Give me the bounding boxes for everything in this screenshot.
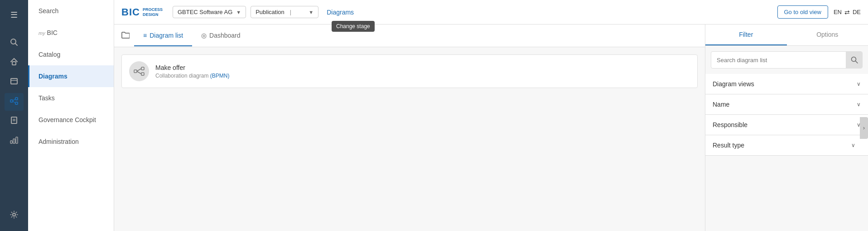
sidebar-item-governance[interactable]: Governance Cockpit bbox=[28, 109, 114, 131]
svg-line-21 bbox=[137, 71, 141, 74]
admin-sidebar-icon[interactable] bbox=[5, 207, 24, 225]
language-switcher: EN ⇄ DE bbox=[834, 9, 861, 16]
filter-section-result-type-label: Result type bbox=[713, 142, 744, 149]
diagram-item-subtitle: Collaboration diagram (BPMN) bbox=[155, 73, 229, 79]
svg-rect-14 bbox=[13, 139, 15, 143]
diagram-item-avatar bbox=[129, 61, 149, 81]
svg-line-20 bbox=[137, 69, 141, 71]
sidebar-item-search[interactable]: Search bbox=[28, 0, 114, 22]
logo-bic-text: BIC bbox=[121, 6, 140, 18]
filter-section-responsible[interactable]: Responsible ∨ bbox=[705, 115, 868, 135]
filter-section-result-type[interactable]: Result type ∨ bbox=[705, 135, 868, 156]
content-area: ≡ Diagram list ◎ Dashboard Make offer bbox=[114, 25, 868, 231]
svg-rect-10 bbox=[11, 117, 17, 123]
search-diagram-button[interactable] bbox=[846, 52, 862, 68]
diagram-list-tab-icon: ≡ bbox=[143, 32, 147, 39]
icon-sidebar: ☰ bbox=[0, 0, 28, 231]
sidebar-item-catalog[interactable]: Catalog bbox=[28, 44, 114, 65]
stage-selector-arrow-icon: ▼ bbox=[309, 10, 313, 15]
home-sidebar-icon[interactable] bbox=[5, 54, 24, 72]
logo-subtitle: PROCESS DESIGN bbox=[143, 7, 163, 17]
diagram-list-item[interactable]: Make offer Collaboration diagram (BPMN) bbox=[121, 54, 698, 88]
svg-rect-15 bbox=[16, 137, 18, 143]
lang-current[interactable]: EN bbox=[834, 9, 842, 15]
filter-panel: Filter Options Diagram views ∨ Name ∨ Re… bbox=[705, 25, 868, 231]
panel-expand-button[interactable]: › bbox=[860, 117, 868, 139]
diagram-tabs-bar: ≡ Diagram list ◎ Dashboard bbox=[114, 25, 705, 47]
nav-sidebar: Search my BIC Catalog Diagrams Tasks Gov… bbox=[28, 0, 114, 231]
tasks-sidebar-icon[interactable] bbox=[5, 113, 24, 130]
dashboard-tab-icon: ◎ bbox=[201, 32, 207, 39]
tab-dashboard[interactable]: ◎ Dashboard bbox=[192, 25, 250, 46]
svg-point-16 bbox=[13, 213, 15, 216]
svg-rect-13 bbox=[10, 141, 12, 143]
governance-sidebar-icon[interactable] bbox=[5, 132, 24, 150]
svg-rect-18 bbox=[141, 67, 144, 70]
topbar-right: Go to old view EN ⇄ DE bbox=[777, 5, 861, 19]
svg-rect-3 bbox=[11, 79, 17, 84]
filter-section-diagram-views-label: Diagram views bbox=[713, 80, 754, 88]
folder-icon[interactable] bbox=[121, 31, 130, 40]
diagram-list-container: Make offer Collaboration diagram (BPMN) bbox=[114, 47, 705, 95]
hamburger-menu-icon[interactable]: ☰ bbox=[5, 6, 24, 24]
svg-line-9 bbox=[13, 101, 15, 103]
sidebar-item-administration[interactable]: Administration bbox=[28, 131, 114, 152]
sidebar-item-tasks[interactable]: Tasks bbox=[28, 87, 114, 109]
sidebar-item-diagrams[interactable]: Diagrams bbox=[28, 65, 114, 87]
topbar: BIC PROCESS DESIGN GBTEC Software AG ▼ P… bbox=[114, 0, 868, 25]
svg-rect-7 bbox=[15, 102, 18, 104]
svg-rect-2 bbox=[12, 62, 16, 65]
lang-switch-icon: ⇄ bbox=[844, 9, 850, 16]
sidebar-item-mybic[interactable]: my BIC bbox=[28, 22, 114, 44]
diagram-panel: ≡ Diagram list ◎ Dashboard Make offer bbox=[114, 25, 705, 231]
svg-rect-17 bbox=[134, 70, 137, 73]
lang-alt[interactable]: DE bbox=[853, 9, 861, 15]
filter-section-name[interactable]: Name ∨ bbox=[705, 94, 868, 115]
svg-line-1 bbox=[15, 44, 18, 46]
org-selector-arrow-icon: ▼ bbox=[236, 10, 241, 15]
search-sidebar-icon[interactable] bbox=[5, 34, 24, 52]
filter-section-responsible-label: Responsible bbox=[713, 121, 747, 128]
catalog-sidebar-icon[interactable] bbox=[5, 74, 24, 91]
diagram-search-box[interactable] bbox=[711, 51, 863, 69]
svg-rect-19 bbox=[141, 73, 144, 75]
search-diagram-input[interactable] bbox=[711, 53, 846, 67]
stage-selector-value: Publication bbox=[256, 9, 285, 15]
svg-rect-6 bbox=[15, 98, 18, 100]
org-selector-dropdown[interactable]: GBTEC Software AG ▼ bbox=[173, 6, 246, 18]
diagram-item-info: Make offer Collaboration diagram (BPMN) bbox=[155, 64, 229, 79]
logo: BIC PROCESS DESIGN bbox=[121, 6, 163, 18]
svg-rect-5 bbox=[10, 100, 13, 102]
diagrams-sidebar-icon[interactable] bbox=[5, 93, 24, 111]
tab-options[interactable]: Options bbox=[787, 25, 868, 45]
org-selector-value: GBTEC Software AG bbox=[178, 9, 232, 15]
go-to-old-view-button[interactable]: Go to old view bbox=[777, 5, 828, 19]
filter-section-diagram-views[interactable]: Diagram views ∨ bbox=[705, 74, 868, 94]
tab-filter[interactable]: Filter bbox=[705, 25, 787, 45]
result-type-chevron-icon: ∨ bbox=[851, 142, 855, 148]
main-area: BIC PROCESS DESIGN GBTEC Software AG ▼ P… bbox=[114, 0, 868, 231]
stage-selector-dropdown[interactable]: Publication | ▼ bbox=[251, 6, 318, 18]
filter-section-name-label: Name bbox=[713, 101, 729, 108]
breadcrumb-diagrams-link[interactable]: Diagrams bbox=[327, 9, 354, 16]
filter-tabs: Filter Options bbox=[705, 25, 868, 46]
tab-diagram-list[interactable]: ≡ Diagram list bbox=[134, 25, 192, 46]
diagram-views-chevron-icon: ∨ bbox=[857, 81, 861, 87]
name-chevron-icon: ∨ bbox=[857, 101, 861, 108]
diagram-item-title: Make offer bbox=[155, 64, 229, 71]
svg-line-8 bbox=[13, 99, 15, 101]
cursor-indicator: | bbox=[290, 9, 291, 15]
svg-line-23 bbox=[855, 61, 858, 64]
